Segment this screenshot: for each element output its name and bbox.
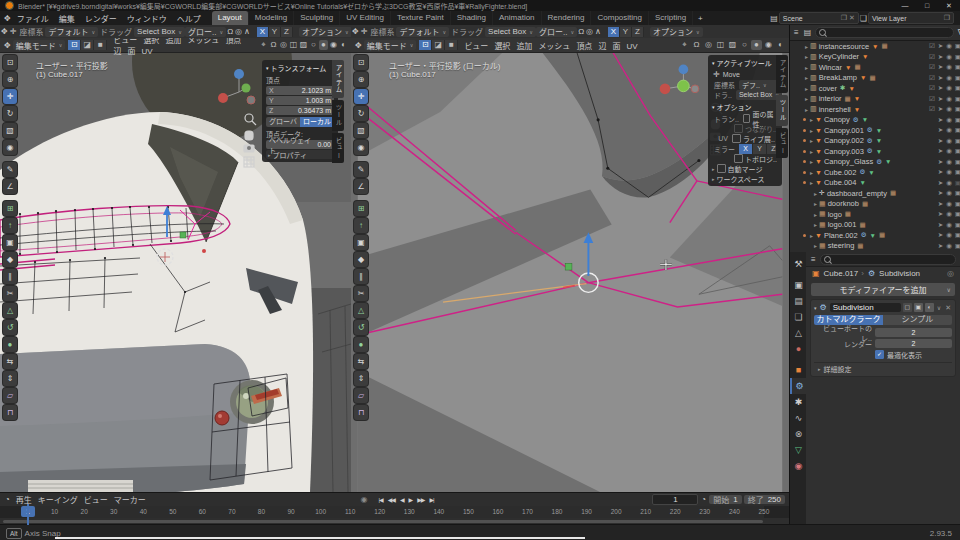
visibility-icon[interactable]: ◉ bbox=[946, 158, 952, 166]
render-visibility-icon[interactable]: ▣ bbox=[955, 200, 960, 208]
properties-tab-particles[interactable]: ✱ bbox=[790, 394, 807, 410]
render-levels-field[interactable]: 2 bbox=[875, 339, 952, 348]
mirror-z-button[interactable]: Z bbox=[281, 27, 293, 37]
tool-add-cube[interactable]: ⊞ bbox=[3, 201, 17, 216]
tool-rotate[interactable]: ↻ bbox=[354, 106, 368, 121]
mirror-y-button[interactable]: Y bbox=[620, 27, 632, 37]
menu-item[interactable]: ヘルプ bbox=[172, 15, 206, 24]
visibility-icon[interactable]: ◉ bbox=[946, 210, 952, 218]
properties-tab-modifiers[interactable]: ⚙ bbox=[790, 378, 807, 394]
render-visibility-icon[interactable]: ▣ bbox=[955, 116, 960, 124]
render-visibility-icon[interactable]: ▣ bbox=[955, 158, 960, 166]
active-tool-icon[interactable]: ✥ bbox=[1, 27, 8, 36]
properties-search-input[interactable] bbox=[820, 254, 956, 265]
tool-transform[interactable]: ◉ bbox=[3, 140, 17, 155]
selectable-icon[interactable]: ➤ bbox=[938, 221, 943, 229]
outliner-item-interior[interactable]: ▸▥interior▦▼☑➤◉▣ bbox=[790, 94, 960, 105]
tool-add-cube[interactable]: ⊞ bbox=[354, 201, 368, 216]
orientation-dropdown[interactable]: デフォルト bbox=[396, 27, 449, 37]
maximize-button[interactable]: □ bbox=[916, 0, 938, 11]
xray-icon[interactable]: ▨ bbox=[727, 40, 738, 50]
outliner-item-Cube.002[interactable]: ▸▼Cube.002⚙▼➤◉▣ bbox=[790, 167, 960, 178]
visibility-icon[interactable]: ◉ bbox=[946, 179, 952, 187]
render-visibility-icon[interactable]: ▣ bbox=[955, 189, 960, 197]
topology-mirror-checkbox[interactable] bbox=[734, 154, 743, 163]
viewport-menu-item[interactable]: 選択 bbox=[140, 38, 162, 45]
visibility-icon[interactable]: ◉ bbox=[946, 116, 952, 124]
viewport-menu-item[interactable]: 辺 bbox=[595, 42, 609, 51]
tool-smooth[interactable]: ● bbox=[3, 337, 17, 352]
select-mode-dropdown[interactable]: Select Box bbox=[485, 27, 536, 37]
render-visibility-icon[interactable]: ▣ bbox=[955, 74, 960, 82]
sidebar-tab-ビュー[interactable]: ビュー bbox=[776, 128, 788, 159]
timeline-menu-item[interactable]: 再生 bbox=[13, 496, 35, 505]
workspace-tab[interactable]: Animation bbox=[493, 11, 542, 25]
mirror-y-button[interactable]: Y bbox=[269, 27, 281, 37]
selectable-icon[interactable]: ➤ bbox=[938, 137, 943, 145]
tool-extrude-region[interactable]: ↑ bbox=[354, 218, 368, 233]
sidebar-tab-ツール[interactable]: ツール bbox=[776, 95, 788, 126]
selectable-icon[interactable]: ➤ bbox=[938, 95, 943, 103]
tool-shear[interactable]: ▱ bbox=[3, 388, 17, 403]
workspace-tab[interactable]: Compositing bbox=[591, 11, 648, 25]
checkbox-icon[interactable]: ☑ bbox=[929, 95, 935, 103]
sidebar-tab-ビュー[interactable]: ビュー bbox=[332, 133, 344, 164]
selectable-icon[interactable]: ➤ bbox=[938, 105, 943, 113]
vertex-select-button[interactable]: ⊡ bbox=[419, 40, 432, 50]
selectable-icon[interactable]: ➤ bbox=[938, 242, 943, 250]
checkbox-icon[interactable]: ☑ bbox=[929, 84, 935, 92]
tool-shrink-fatten[interactable]: ⇕ bbox=[354, 371, 368, 386]
play-reverse-button[interactable]: ◀ bbox=[398, 496, 406, 503]
timeline-editor-icon[interactable]: ◔ bbox=[5, 495, 10, 504]
workspace-tab[interactable]: Sculpting bbox=[294, 11, 340, 25]
mirror-axis-button[interactable]: Y bbox=[753, 144, 767, 154]
render-visibility-icon[interactable]: ▣ bbox=[955, 168, 960, 176]
visibility-icon[interactable]: ◉ bbox=[946, 189, 952, 197]
viewport-levels-field[interactable]: 2 bbox=[875, 328, 952, 337]
properties-tab-object-data[interactable]: ▽ bbox=[790, 442, 807, 458]
visibility-icon[interactable]: ◉ bbox=[946, 95, 952, 103]
proportional-falloff-icon[interactable]: ∧ bbox=[244, 27, 250, 36]
visibility-icon[interactable]: ◉ bbox=[946, 126, 952, 134]
mirror-axis-button[interactable]: X bbox=[739, 144, 753, 154]
visibility-icon[interactable]: ◉ bbox=[946, 231, 952, 239]
record-button[interactable]: ◉ bbox=[361, 495, 368, 504]
tool-scale[interactable]: ▧ bbox=[3, 123, 17, 138]
menu-item[interactable]: 編集 bbox=[54, 15, 80, 24]
viewport-menu-item[interactable]: 頂点 bbox=[573, 42, 595, 51]
visibility-icon[interactable]: ◉ bbox=[946, 221, 952, 229]
pivot-icon[interactable]: ⌖ bbox=[259, 40, 268, 50]
selectable-icon[interactable]: ➤ bbox=[938, 63, 943, 71]
tool-knife[interactable]: ✂ bbox=[354, 286, 368, 301]
viewport-menu-item[interactable]: 追加 bbox=[513, 42, 535, 51]
tool-shrink-fatten[interactable]: ⇕ bbox=[3, 371, 17, 386]
xray-icon[interactable]: ▨ bbox=[299, 40, 308, 50]
viewport-menu-item[interactable]: UV bbox=[623, 42, 640, 51]
options-dropdown[interactable]: オプション bbox=[299, 27, 351, 37]
edge-select-button[interactable]: ◪ bbox=[81, 40, 94, 50]
properties-tab-tool[interactable]: ⚒ bbox=[790, 256, 807, 272]
visibility-icon[interactable]: ◉ bbox=[946, 42, 952, 50]
render-visibility-icon[interactable]: ▣ bbox=[955, 210, 960, 218]
properties-tab-scene[interactable]: △ bbox=[790, 325, 807, 341]
add-workspace-button[interactable]: + bbox=[693, 14, 708, 23]
outliner-item-Wincar[interactable]: ▸▥Wincar▼▦☑➤◉▣ bbox=[790, 62, 960, 73]
visibility-icon[interactable]: ◉ bbox=[946, 74, 952, 82]
workspace-tab[interactable]: UV Editing bbox=[340, 11, 391, 25]
shading-solid-icon[interactable]: ● bbox=[319, 40, 328, 50]
properties-tab-constraints[interactable]: ⊗ bbox=[790, 426, 807, 442]
pivot-point-dropdown[interactable]: グロー.. bbox=[185, 27, 226, 37]
view-layer-copy-icon[interactable]: ❐ bbox=[944, 14, 950, 22]
tool-smooth[interactable]: ● bbox=[354, 337, 368, 352]
modifier-delete-icon[interactable]: ✕ bbox=[945, 304, 951, 312]
tool-bevel[interactable]: ◆ bbox=[3, 252, 17, 267]
tool-edge-slide[interactable]: ⇆ bbox=[3, 354, 17, 369]
outliner-item-instancesource[interactable]: ▸▥instancesource▼▦☑➤◉▣ bbox=[790, 41, 960, 52]
outliner-item-Cube.004[interactable]: ▸▼Cube.004▼➤◉▣ bbox=[790, 178, 960, 189]
keep-connected-checkbox[interactable] bbox=[734, 124, 743, 133]
scene-copy-icon[interactable]: ❐ bbox=[841, 14, 847, 22]
end-frame-field[interactable]: 終了 250 bbox=[744, 495, 785, 504]
properties-tab-object[interactable]: ■ bbox=[790, 362, 807, 378]
viewport-menu-item[interactable]: 選択 bbox=[491, 42, 513, 51]
snap-magnet-icon[interactable]: Ω bbox=[269, 40, 278, 50]
